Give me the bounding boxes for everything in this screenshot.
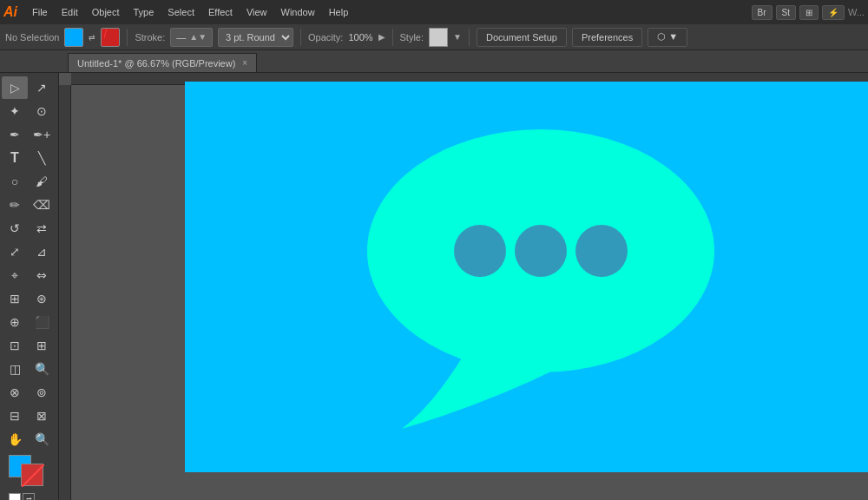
app-logo: Ai [3, 4, 17, 20]
lasso-tool[interactable]: ⊙ [29, 100, 55, 122]
opacity-value: 100% [348, 32, 372, 43]
pencil-tool[interactable]: ✏ [2, 194, 28, 216]
menu-window[interactable]: Window [275, 5, 321, 19]
gradient-tool[interactable]: ◫ [2, 358, 28, 380]
stroke-weight-box[interactable]: — ▲▼ [170, 28, 213, 47]
menu-bar: Ai File Edit Object Type Select Effect V… [0, 0, 868, 24]
style-preview[interactable] [429, 28, 448, 47]
tool-row-9: ⌖ ⇔ [2, 264, 56, 286]
tool-row-13: ◫ 🔍 [2, 358, 56, 380]
add-anchor-tool[interactable]: ✒+ [29, 123, 55, 146]
preferences-button[interactable]: Preferences [572, 28, 642, 47]
symbol-spray-tool[interactable]: ⊚ [29, 381, 55, 404]
tool-row-11: ⊕ ⬛ [2, 311, 56, 333]
stroke-slash-icon [22, 464, 44, 487]
swap-colors-icon[interactable]: ⇄ [23, 493, 35, 500]
stroke-style-select[interactable]: 3 pt. Round [218, 28, 293, 47]
reshape-tool[interactable]: ⌖ [2, 264, 28, 286]
stroke-weight-value: — [176, 32, 186, 43]
tool-row-12: ⊡ ⊞ [2, 334, 56, 357]
eyedropper-tool[interactable]: 🔍 [29, 358, 55, 380]
stock-button[interactable]: St [776, 5, 796, 20]
tool-row-5: ○ 🖌 [2, 170, 56, 193]
tab-bar: Untitled-1* @ 66.67% (RGB/Preview) × [0, 50, 868, 73]
stroke-stepper[interactable]: ▲▼ [189, 32, 207, 42]
default-colors-icon[interactable] [9, 493, 21, 500]
shear-tool[interactable]: ⊿ [29, 240, 55, 263]
separator-1 [127, 29, 128, 46]
select-tool[interactable]: ▷ [2, 76, 28, 99]
puppet-warp-tool[interactable]: ⊛ [29, 287, 55, 310]
swap-icon[interactable]: ⇄ [89, 33, 95, 42]
tool-row-14: ⊗ ⊚ [2, 381, 56, 404]
menu-help[interactable]: Help [323, 5, 355, 19]
menu-effect[interactable]: Effect [202, 5, 239, 19]
free-transform-tool[interactable]: ⊞ [2, 287, 28, 310]
ruler-vertical [59, 85, 71, 500]
menu-object[interactable]: Object [86, 5, 126, 19]
menu-select[interactable]: Select [161, 5, 201, 19]
toolbar-colors: ⇄ [2, 451, 56, 500]
document-setup-button[interactable]: Document Setup [477, 28, 567, 47]
stroke-color-box[interactable] [21, 464, 43, 486]
pen-tool[interactable]: ✒ [2, 123, 28, 146]
bubble-dot-1 [454, 225, 506, 277]
tab-close-button[interactable]: × [242, 58, 247, 68]
stroke-x-icon: / [103, 27, 107, 41]
bridge-button[interactable]: Br [752, 5, 773, 20]
svg-line-0 [22, 464, 44, 487]
tool-row-1: ▷ ↗ [2, 76, 56, 99]
eraser-tool[interactable]: ⌫ [29, 194, 55, 216]
blend-tool[interactable]: ⊗ [2, 381, 28, 404]
transform-button[interactable]: ⬡ ▼ [648, 28, 687, 47]
menu-edit[interactable]: Edit [56, 5, 84, 19]
menu-view[interactable]: View [240, 5, 273, 19]
scale-tool[interactable]: ⤢ [2, 240, 28, 263]
stroke-label: Stroke: [135, 32, 165, 43]
main-area: ▷ ↗ ✦ ⊙ ✒ ✒+ T ╲ ○ 🖌 ✏ ⌫ ↺ ⇄ ⤢ ⊿ [0, 73, 868, 500]
style-dropdown-icon[interactable]: ▼ [453, 32, 462, 42]
slice-tool[interactable]: ⊠ [29, 405, 55, 427]
menu-file[interactable]: File [26, 5, 54, 19]
stroke-swatch[interactable]: / [101, 28, 120, 47]
magic-wand-tool[interactable]: ✦ [2, 100, 28, 122]
mesh-tool[interactable]: ⊞ [29, 334, 55, 357]
direct-select-tool[interactable]: ↗ [29, 76, 55, 99]
type-tool[interactable]: T [2, 147, 28, 169]
live-paint-tool[interactable]: ⬛ [29, 311, 55, 333]
reflect-tool[interactable]: ⇄ [29, 217, 55, 240]
bridge-icons-area: Br St ⊞ ⚡ W... [752, 5, 865, 20]
tool-row-8: ⤢ ⊿ [2, 240, 56, 263]
document-tab[interactable]: Untitled-1* @ 66.67% (RGB/Preview) × [68, 53, 257, 72]
opacity-label: Opacity: [308, 32, 343, 43]
opacity-expand-icon[interactable]: ▶ [378, 32, 385, 42]
workspace-layout-button[interactable]: ⊞ [799, 5, 819, 20]
shape-builder-tool[interactable]: ⊕ [2, 311, 28, 333]
artboard [185, 82, 868, 472]
chat-bubble-group [367, 129, 714, 429]
separator-2 [300, 29, 301, 46]
paintbrush-tool[interactable]: 🖌 [29, 170, 55, 193]
hand-tool[interactable]: ✋ [2, 428, 28, 451]
tool-row-10: ⊞ ⊛ [2, 287, 56, 310]
width-tool[interactable]: ⇔ [29, 264, 55, 286]
artboard-tool[interactable]: ⊟ [2, 405, 28, 427]
tool-row-4: T ╲ [2, 147, 56, 169]
app-title-right: W... [848, 7, 865, 17]
rotate-tool[interactable]: ↺ [2, 217, 28, 240]
bubble-dot-2 [515, 225, 567, 277]
tool-row-6: ✏ ⌫ [2, 194, 56, 216]
tool-row-7: ↺ ⇄ [2, 217, 56, 240]
fill-swatch[interactable] [64, 28, 83, 47]
toolbar: ▷ ↗ ✦ ⊙ ✒ ✒+ T ╲ ○ 🖌 ✏ ⌫ ↺ ⇄ ⤢ ⊿ [0, 73, 59, 500]
canvas-area [59, 73, 868, 500]
perspective-grid-tool[interactable]: ⊡ [2, 334, 28, 357]
options-bar: No Selection ⇄ / Stroke: — ▲▼ 3 pt. Roun… [0, 24, 868, 50]
ellipse-tool[interactable]: ○ [2, 170, 28, 193]
search-button[interactable]: ⚡ [822, 5, 845, 20]
tool-row-2: ✦ ⊙ [2, 100, 56, 122]
line-tool[interactable]: ╲ [29, 147, 55, 169]
menu-type[interactable]: Type [128, 5, 161, 19]
tool-row-15: ⊟ ⊠ [2, 405, 56, 427]
zoom-tool[interactable]: 🔍 [29, 428, 55, 451]
